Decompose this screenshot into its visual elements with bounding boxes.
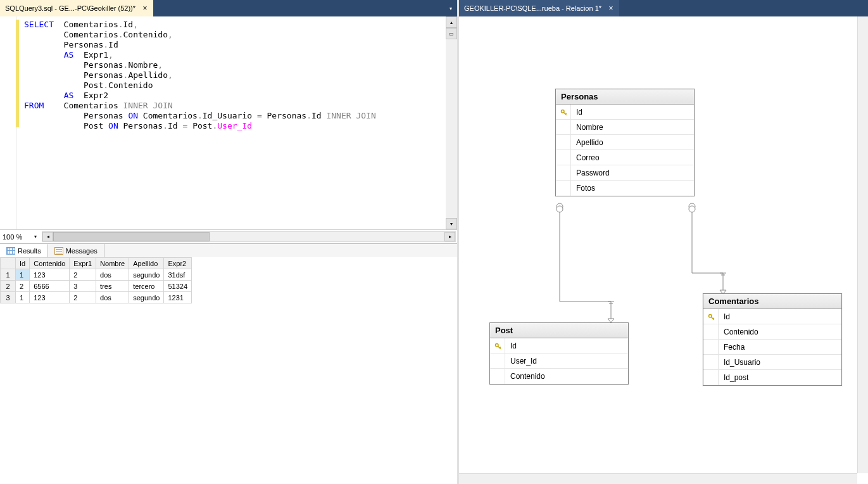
svg-point-2 [689, 203, 695, 210]
column-header[interactable]: Nombre [96, 258, 129, 269]
tab-sqlquery[interactable]: SQLQuery3.sql - GE...-PC\Geokiller (52))… [0, 0, 153, 16]
table-column-row[interactable]: Id_Usuario [703, 355, 841, 370]
sql-editor: SELECT Comentarios.Id, Comentarios.Conte… [0, 16, 457, 243]
cell[interactable]: 2 [70, 292, 96, 303]
table-column-row[interactable]: Id [703, 309, 841, 324]
chevron-down-icon[interactable]: ▾ [30, 234, 41, 239]
column-header[interactable] [1, 258, 16, 269]
cell[interactable]: dos [96, 292, 129, 303]
tab-results[interactable]: Results [0, 244, 48, 257]
table-header[interactable]: Personas [556, 89, 694, 105]
editor-footer: 100 % ▾ ◂ ▸ [0, 229, 457, 243]
results-table[interactable]: IdContenidoExpr1NombreApellidoExpr211123… [0, 257, 192, 303]
scroll-left-icon[interactable]: ◂ [42, 232, 53, 241]
column-name: Id_post [719, 373, 753, 382]
column-name: Id [719, 312, 735, 321]
editor-gutter [0, 16, 16, 229]
cell[interactable]: 31dsf [164, 269, 192, 281]
scroll-right-icon[interactable]: ▸ [444, 232, 455, 241]
table-row[interactable]: 2265663trestercero51324 [1, 281, 192, 292]
results-tabstrip: Results Messages [0, 243, 457, 257]
horizontal-scrollbar[interactable]: ◂ ▸ [42, 231, 456, 242]
column-header[interactable]: Apellido [129, 258, 164, 269]
table-column-row[interactable]: Correo [556, 150, 694, 165]
cell[interactable]: 6566 [30, 281, 70, 292]
horizontal-scrollbar[interactable] [459, 473, 857, 484]
sql-panel: SQLQuery3.sql - GE...-PC\Geokiller (52))… [0, 0, 459, 484]
left-tabstrip: SQLQuery3.sql - GE...-PC\Geokiller (52))… [0, 0, 457, 16]
table-column-row[interactable]: Password [556, 165, 694, 181]
column-header[interactable]: Id [16, 258, 30, 269]
cell[interactable]: 3 [70, 281, 96, 292]
key-placeholder [556, 120, 571, 134]
cell[interactable]: 2 [16, 281, 30, 292]
editor-code[interactable]: SELECT Comentarios.Id, Comentarios.Conte… [16, 16, 446, 229]
key-placeholder [703, 340, 719, 354]
column-name: Id_Usuario [719, 358, 765, 367]
vertical-scrollbar[interactable]: ▴ ▭ ▾ [446, 16, 457, 229]
table-column-row[interactable]: Nombre [556, 120, 694, 135]
svg-point-3 [689, 206, 695, 212]
table-row[interactable]: 311232dossegundo1231 [1, 292, 192, 303]
scroll-up-icon[interactable]: ▴ [446, 16, 457, 28]
primary-key-icon [490, 338, 505, 353]
cell[interactable]: segundo [129, 292, 164, 303]
diagram-table-personas[interactable]: Personas IdNombreApellidoCorreoPasswordF… [555, 89, 695, 196]
table-column-row[interactable]: Apellido [556, 135, 694, 150]
scroll-split-icon[interactable]: ▭ [446, 28, 457, 39]
table-column-row[interactable]: Fecha [703, 340, 841, 355]
diagram-table-comentarios[interactable]: Comentarios IdContenidoFechaId_UsuarioId… [703, 293, 842, 386]
cell[interactable]: segundo [129, 269, 164, 281]
key-placeholder [556, 135, 571, 150]
cell[interactable]: 2 [70, 269, 96, 281]
svg-line-9 [500, 347, 501, 348]
column-name: Correo [571, 153, 605, 162]
table-column-row[interactable]: Id [556, 105, 694, 120]
table-header[interactable]: Post [490, 323, 628, 338]
primary-key-icon [703, 309, 719, 324]
table-row[interactable]: 111232dossegundo31dsf [1, 269, 192, 281]
scroll-down-icon[interactable]: ▾ [446, 218, 457, 229]
tab-diagram[interactable]: GEOKILLER-PC\SQLE...rueba - Relacion 1* … [459, 0, 619, 16]
key-placeholder [703, 355, 719, 369]
column-header[interactable]: Contenido [30, 258, 70, 269]
table-column-row[interactable]: Id_post [703, 370, 841, 385]
messages-icon [54, 247, 63, 255]
cell[interactable]: 1 [16, 292, 30, 303]
table-column-row[interactable]: Contenido [490, 369, 628, 384]
cell[interactable]: dos [96, 269, 129, 281]
cell[interactable]: 123 [30, 269, 70, 281]
cell[interactable]: 1 [16, 269, 30, 281]
editor-body[interactable]: SELECT Comentarios.Id, Comentarios.Conte… [0, 16, 457, 229]
chevron-down-icon[interactable]: ▾ [444, 6, 457, 11]
zoom-level[interactable]: 100 % [0, 233, 30, 241]
diagram-canvas[interactable]: Personas IdNombreApellidoCorreoPasswordF… [459, 16, 868, 484]
table-header[interactable]: Comentarios [703, 294, 841, 309]
close-icon[interactable]: × [608, 5, 614, 11]
column-header[interactable]: Expr1 [70, 258, 96, 269]
table-column-row[interactable]: User_Id [490, 353, 628, 369]
svg-point-1 [557, 206, 563, 212]
close-icon[interactable]: × [142, 5, 148, 11]
cell[interactable]: 2 [1, 281, 16, 292]
cell[interactable]: 1231 [164, 292, 192, 303]
cell[interactable]: 123 [30, 292, 70, 303]
column-name: Contenido [505, 372, 550, 381]
column-name: User_Id [505, 357, 542, 366]
cell[interactable]: 3 [1, 292, 16, 303]
key-placeholder [556, 181, 571, 196]
cell[interactable]: 1 [1, 269, 16, 281]
table-column-row[interactable]: Contenido [703, 324, 841, 340]
table-column-row[interactable]: Fotos [556, 181, 694, 196]
scrollbar-thumb[interactable] [53, 232, 210, 241]
column-header[interactable]: Expr2 [164, 258, 192, 269]
table-column-row[interactable]: Id [490, 338, 628, 353]
cell[interactable]: tres [96, 281, 129, 292]
vertical-scrollbar[interactable] [857, 16, 868, 473]
cell[interactable]: tercero [129, 281, 164, 292]
cell[interactable]: 51324 [164, 281, 192, 292]
key-placeholder [490, 369, 505, 384]
diagram-table-post[interactable]: Post IdUser_IdContenido [489, 322, 629, 385]
grid-icon [6, 247, 15, 255]
tab-messages[interactable]: Messages [48, 244, 104, 257]
